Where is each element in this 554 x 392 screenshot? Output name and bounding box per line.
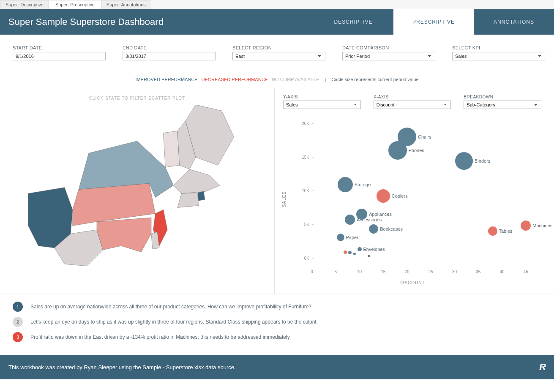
state-massachusetts[interactable]: [173, 169, 220, 193]
us-map[interactable]: [8, 105, 266, 282]
y-tick: 10K: [296, 188, 309, 193]
region-group: SELECT REGION East: [232, 45, 325, 60]
kpi-select[interactable]: Sales: [452, 52, 545, 60]
bubble-tables[interactable]: [488, 226, 497, 236]
scatter-chart: SALES 0K5K10K15K20K051015202530354045Cha…: [296, 117, 541, 277]
footer: This workbook was created by Ryan Sleepe…: [0, 355, 554, 379]
bubble-labels[interactable]: [353, 253, 356, 255]
workbook-tab[interactable]: Super: Prescriptive: [50, 0, 100, 9]
comparison-group: DATE COMPARISON Prior Period: [342, 45, 435, 60]
bubble-label: Machines: [532, 223, 552, 228]
footer-logo-icon: R: [539, 362, 546, 373]
bubble-art[interactable]: [344, 250, 347, 254]
nav-tab-descriptive[interactable]: DESCRIPTIVE: [313, 9, 393, 35]
bubble-label: Envelopes: [363, 247, 385, 252]
bubble-phones[interactable]: [388, 141, 407, 160]
end-date-label: END DATE: [123, 45, 216, 50]
end-date-group: END DATE: [123, 45, 216, 60]
bubble-bookcases[interactable]: [369, 224, 378, 234]
bubble-accessories[interactable]: [345, 215, 355, 225]
breakdown-label: BREAKDOWN: [464, 95, 541, 99]
bubble-binders[interactable]: [455, 152, 473, 170]
end-date-input[interactable]: [123, 52, 216, 60]
bubble-label: Phones: [409, 148, 424, 153]
kpi-label: SELECT KPI: [452, 45, 545, 50]
x-tick: 10: [357, 270, 362, 274]
x-tick: 25: [428, 270, 433, 274]
state-rhode-island[interactable]: [198, 191, 205, 201]
bubble-machines[interactable]: [521, 220, 531, 231]
x-tick: 15: [381, 270, 385, 274]
legend-row: IMPROVED PERFORMANCE DECREASED PERFORMAN…: [0, 69, 554, 88]
y-tick: 5K: [296, 222, 309, 227]
bubble-label: Accessories: [357, 217, 382, 222]
state-maryland[interactable]: [97, 218, 151, 252]
kpi-group: SELECT KPI Sales: [452, 45, 545, 60]
insight-text: Let's keep an eye on days to ship as it …: [30, 319, 318, 325]
x-tick: 40: [499, 270, 504, 274]
y-tick: 20K: [296, 121, 309, 125]
map-panel: CLICK STATE TO FILTER SCATTER PLOT: [0, 88, 275, 294]
x-tick: 20: [404, 270, 409, 274]
bubble-paper[interactable]: [337, 234, 344, 241]
bubble-storage[interactable]: [338, 177, 353, 192]
bubble-copiers[interactable]: [377, 189, 390, 203]
scatter-panel: Y-AXIS Sales X-AXIS Discount BREAKDOWN S…: [275, 88, 554, 294]
xaxis-label: X-AXIS: [374, 95, 451, 99]
xaxis-select[interactable]: Discount: [374, 101, 451, 109]
bubble-label: Paper: [346, 235, 358, 240]
start-date-label: START DATE: [13, 45, 106, 50]
insight-badge: 2: [13, 317, 23, 327]
y-tick: 0K: [296, 256, 309, 261]
x-tick: 5: [334, 270, 337, 274]
workbook-tab[interactable]: Super: Descriptive: [0, 0, 49, 9]
bubble-label: Chairs: [418, 134, 431, 139]
insight-text: Sales are up on average nationwide acros…: [30, 304, 311, 310]
insight-row: 2Let's keep an eye on days to ship as it…: [13, 317, 541, 327]
scatter-controls: Y-AXIS Sales X-AXIS Discount BREAKDOWN S…: [283, 95, 541, 109]
bubble-label: Tables: [499, 229, 513, 234]
x-tick: 30: [452, 270, 457, 274]
insights-panel: 1Sales are up on average nationwide acro…: [0, 294, 554, 355]
page-title: Super Sample Superstore Dashboard: [0, 16, 313, 27]
workbook-tab[interactable]: Super: Annotations: [101, 0, 151, 9]
legend-improved: IMPROVED PERFORMANCE: [135, 77, 197, 82]
state-connecticut[interactable]: [177, 193, 199, 207]
bubble-label: Storage: [355, 182, 371, 187]
state-vermont[interactable]: [164, 131, 180, 167]
insight-badge: 3: [13, 332, 23, 342]
insight-row: 3Profit ratio was down in the East drive…: [13, 332, 541, 342]
workbook-tabs: Super: DescriptiveSuper: PrescriptiveSup…: [0, 0, 554, 9]
x-tick: 45: [524, 270, 528, 274]
map-hint: CLICK STATE TO FILTER SCATTER PLOT: [8, 96, 266, 101]
bubble-supplies[interactable]: [348, 251, 352, 254]
comparison-select[interactable]: Prior Period: [342, 52, 435, 60]
yaxis-select[interactable]: Sales: [283, 101, 361, 109]
legend-no-comp: NO COMP AVAILABLE: [272, 77, 319, 82]
legend-info: Circle size represents current period va…: [332, 77, 419, 82]
bubble-label: Bookcases: [380, 226, 403, 231]
visualization-row: CLICK STATE TO FILTER SCATTER PLOT Y-AXI…: [0, 88, 554, 294]
legend-decreased: DECREASED PERFORMANCE: [202, 77, 268, 82]
bubble-fasteners[interactable]: [368, 255, 370, 257]
x-axis-title: DISCOUNT: [283, 280, 541, 285]
nav-tab-annotations[interactable]: ANNOTATIONS: [474, 9, 554, 35]
nav-tab-prescriptive[interactable]: PRESCRIPTIVE: [393, 9, 474, 35]
bubble-label: Binders: [475, 158, 490, 163]
y-tick: 15K: [296, 155, 309, 159]
nav-tabs: DESCRIPTIVEPRESCRIPTIVEANNOTATIONS: [313, 9, 554, 35]
insight-text: Profit ratio was down in the East driven…: [30, 334, 291, 340]
bubble-label: Copiers: [392, 193, 408, 199]
y-axis-title: SALES: [282, 191, 287, 207]
region-select[interactable]: East: [232, 52, 325, 60]
x-tick: 35: [476, 270, 480, 274]
xaxis-group: X-AXIS Discount: [374, 95, 451, 109]
dashboard-header: Super Sample Superstore Dashboard DESCRI…: [0, 9, 554, 35]
region-label: SELECT REGION: [232, 45, 325, 50]
start-date-input[interactable]: [13, 52, 106, 60]
insight-row: 1Sales are up on average nationwide acro…: [13, 302, 541, 312]
breakdown-select[interactable]: Sub-Category: [464, 101, 541, 109]
plot-area[interactable]: 0K5K10K15K20K051015202530354045ChairsPho…: [312, 117, 541, 267]
bubble-envelopes[interactable]: [358, 247, 362, 251]
legend-separator: |: [325, 77, 326, 82]
